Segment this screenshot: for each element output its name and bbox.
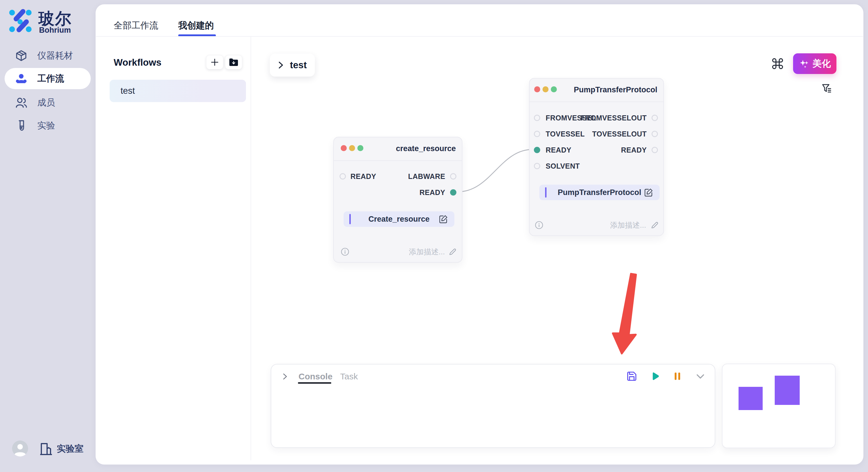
- sidebar-item-label: 工作流: [37, 72, 64, 85]
- traffic-light-green-icon: [551, 86, 557, 92]
- port-label: LABWARE: [408, 172, 445, 181]
- console-expand-chevron-icon[interactable]: [281, 372, 289, 380]
- node-action-label: Create_resource: [344, 215, 454, 224]
- info-icon[interactable]: [341, 247, 349, 256]
- import-folder-button[interactable]: [225, 55, 242, 69]
- beautify-button[interactable]: 美化: [793, 53, 836, 74]
- port-handle-labware-out[interactable]: [450, 173, 456, 179]
- sidebar: 玻尔 Bohrium 仪器耗材 工作流: [0, 0, 96, 472]
- port-handle-tovessel[interactable]: [534, 131, 540, 137]
- building-icon: [39, 442, 53, 456]
- port-handle-ready-in[interactable]: [534, 147, 540, 153]
- save-icon[interactable]: [626, 371, 637, 382]
- add-workflow-button[interactable]: [206, 55, 223, 69]
- description-placeholder[interactable]: 添加描述...: [610, 220, 646, 230]
- filter-icon: [821, 82, 833, 94]
- members-icon: [15, 96, 28, 109]
- console-tab-underline: [298, 382, 331, 384]
- traffic-light-red-icon: [341, 145, 347, 151]
- port-row: TOVESSEL TOVESSELOUT: [530, 128, 663, 140]
- user-avatar[interactable]: [12, 440, 28, 457]
- sidebar-item-experiments[interactable]: 实验: [5, 115, 91, 136]
- port-row: READY: [334, 186, 462, 199]
- layout-command-button[interactable]: [771, 57, 784, 70]
- minimap-node-pump-transfer: [775, 376, 800, 405]
- sparkles-icon: [799, 58, 810, 69]
- pencil-icon[interactable]: [651, 221, 659, 229]
- pause-icon[interactable]: [672, 371, 683, 382]
- tab-created-by-me[interactable]: 我创建的: [178, 20, 214, 32]
- tabbar-divider: [96, 36, 863, 37]
- node-action-pump-transfer[interactable]: PumpTransferProtocol: [539, 185, 660, 200]
- port-handle-tovesselout[interactable]: [652, 131, 658, 137]
- sidebar-item-workflows[interactable]: 工作流: [5, 68, 91, 89]
- sidebar-item-label: 实验: [37, 120, 55, 132]
- tab-all-workflows[interactable]: 全部工作流: [114, 20, 158, 32]
- console-tab[interactable]: Console: [299, 372, 332, 381]
- node-header: create_resource: [334, 137, 462, 161]
- console-panel: Console Task: [271, 364, 715, 448]
- breadcrumb-label: test: [290, 60, 307, 71]
- beautify-label: 美化: [813, 57, 831, 70]
- port-handle-ready-out[interactable]: [652, 147, 658, 153]
- chevron-down-icon[interactable]: [695, 371, 706, 382]
- chevron-right-icon: [276, 61, 285, 70]
- traffic-light-red-icon: [534, 86, 540, 92]
- workflow-users-icon: [15, 72, 28, 85]
- folder-download-icon: [229, 58, 239, 67]
- minimap[interactable]: [722, 364, 836, 448]
- port-handle-ready-out[interactable]: [450, 189, 456, 196]
- edit-icon[interactable]: [439, 214, 448, 224]
- pencil-icon[interactable]: [448, 248, 457, 256]
- port-row: READY LABWARE: [334, 170, 462, 183]
- port-row: SOLVENT: [530, 160, 663, 172]
- task-tab[interactable]: Task: [340, 372, 358, 381]
- play-icon[interactable]: [650, 371, 660, 382]
- traffic-light-yellow-icon: [542, 86, 549, 92]
- sidebar-item-members[interactable]: 成员: [5, 92, 91, 113]
- port-handle-fromvesselout[interactable]: [652, 115, 658, 121]
- port-label: READY: [546, 146, 571, 154]
- edit-icon[interactable]: [644, 188, 653, 197]
- node-title: create_resource: [396, 144, 456, 153]
- node-action-label: PumpTransferProtocol: [539, 188, 660, 197]
- info-icon[interactable]: [535, 221, 544, 229]
- port-label: SOLVENT: [546, 162, 580, 170]
- port-handle-solvent[interactable]: [534, 163, 540, 169]
- port-label: READY: [350, 172, 376, 181]
- port-handle-fromvessel[interactable]: [534, 115, 540, 121]
- port-row: FROMVESSEL FROMVESSELOUT: [530, 111, 663, 124]
- sidebar-item-label: 仪器耗材: [37, 49, 73, 62]
- node-action-create-resource[interactable]: Create_resource: [344, 211, 454, 227]
- filter-button[interactable]: [821, 82, 833, 94]
- workflow-editor-app: 玻尔 Bohrium 仪器耗材 工作流: [0, 0, 868, 472]
- panel-divider: [251, 37, 251, 460]
- node-header: PumpTransferProtocol: [530, 78, 663, 102]
- port-label: FROMVESSELOUT: [581, 114, 647, 122]
- description-placeholder[interactable]: 添加描述...: [409, 247, 445, 257]
- sidebar-item-instruments[interactable]: 仪器耗材: [5, 45, 91, 66]
- sidebar-item-label: 成员: [37, 97, 55, 109]
- traffic-light-yellow-icon: [349, 145, 355, 151]
- workflow-name: test: [121, 86, 135, 96]
- brand-subtitle: Bohrium: [39, 26, 71, 35]
- traffic-light-green-icon: [358, 145, 363, 151]
- node-title: PumpTransferProtocol: [574, 86, 657, 94]
- test-tube-icon: [15, 119, 28, 132]
- bohrium-logo-icon: [9, 9, 33, 33]
- node-create-resource[interactable]: create_resource READY LABWARE READY Crea…: [333, 137, 462, 263]
- port-label: TOVESSELOUT: [592, 130, 647, 138]
- workflows-panel-title: Workflows: [114, 57, 161, 68]
- minimap-node-create-resource: [739, 387, 763, 410]
- package-icon: [15, 49, 28, 62]
- avatar-placeholder-icon: [12, 440, 28, 457]
- node-footer: 添加描述...: [530, 220, 663, 230]
- port-handle-ready-in[interactable]: [340, 173, 346, 179]
- lab-label: 实验室: [57, 443, 84, 455]
- node-footer: 添加描述...: [334, 247, 462, 257]
- port-label: READY: [420, 189, 445, 197]
- workflow-list-item-test[interactable]: test: [110, 80, 246, 102]
- command-icon: [771, 57, 784, 70]
- node-pump-transfer-protocol[interactable]: PumpTransferProtocol FROMVESSEL FROMVESS…: [529, 78, 664, 236]
- breadcrumb[interactable]: test: [270, 54, 315, 76]
